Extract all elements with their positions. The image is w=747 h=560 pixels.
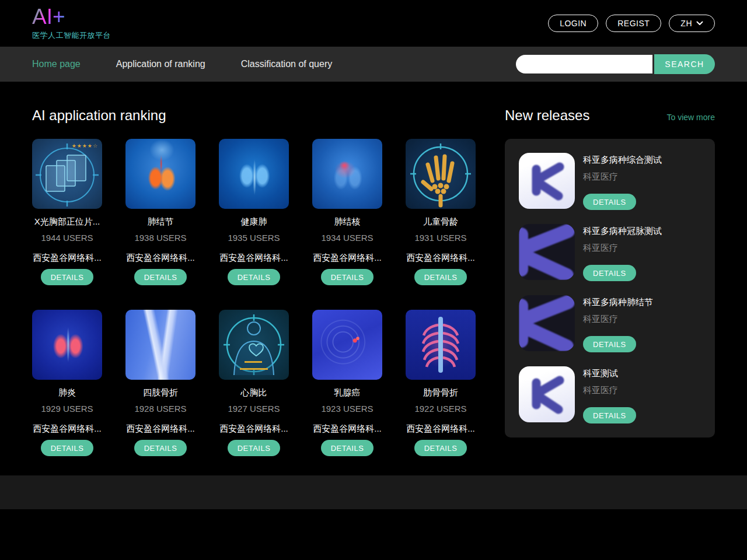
app-thumbnail[interactable] xyxy=(125,310,196,380)
app-title: 肺炎 xyxy=(32,387,102,398)
logo[interactable]: AI+ 医学人工智能开放平台 xyxy=(32,6,111,41)
nav-application-of-ranking[interactable]: Application of ranking xyxy=(116,59,205,69)
app-users-count: 1931 USERS xyxy=(406,233,476,243)
ranking-grid: ★★★★☆ X光胸部正位片... 1944 USERS 西安盈谷网络科... D… xyxy=(32,139,476,456)
app-users-count: 1928 USERS xyxy=(125,404,196,414)
app-thumbnail[interactable] xyxy=(406,139,476,209)
app-thumbnail[interactable] xyxy=(125,139,196,209)
keya-logo-icon[interactable] xyxy=(519,153,575,209)
main-nav: Home page Application of ranking Classif… xyxy=(0,47,747,82)
app-title: 肺结节 xyxy=(125,216,196,228)
language-select[interactable]: ZH xyxy=(669,15,715,32)
app-title: 肋骨骨折 xyxy=(406,387,476,398)
app-title: X光胸部正位片... xyxy=(32,216,102,228)
app-title: 健康肺 xyxy=(219,216,289,228)
details-button[interactable]: DETAILS xyxy=(134,440,187,456)
keya-logo-icon[interactable] xyxy=(519,224,575,280)
nav-classification-of-query[interactable]: Classification of query xyxy=(241,59,333,69)
app-company: 西安盈谷网络科... xyxy=(312,424,382,435)
release-company: 科亚医疗 xyxy=(583,314,618,325)
ranking-title: AI application ranking xyxy=(32,107,166,124)
new-releases-section: New releases To view more 科亚多病种综合测试 科亚医疗… xyxy=(505,82,715,438)
ranking-section: AI application ranking ★★★★☆ X光胸部正位片... … xyxy=(32,82,476,456)
app-company: 西安盈谷网络科... xyxy=(312,253,382,264)
details-button[interactable]: DETAILS xyxy=(228,440,281,456)
app-thumbnail[interactable] xyxy=(312,310,382,380)
app-card: ★★★★☆ X光胸部正位片... 1944 USERS 西安盈谷网络科... D… xyxy=(32,139,102,285)
app-company: 西安盈谷网络科... xyxy=(125,253,196,264)
app-card: 健康肺 1935 USERS 西安盈谷网络科... DETAILS xyxy=(219,139,289,285)
app-thumbnail[interactable]: ★★★★☆ xyxy=(32,139,102,209)
details-button[interactable]: DETAILS xyxy=(134,269,187,285)
details-button[interactable]: DETAILS xyxy=(321,269,374,285)
app-users-count: 1923 USERS xyxy=(312,404,382,414)
app-card: 儿童骨龄 1931 USERS 西安盈谷网络科... DETAILS xyxy=(406,139,476,285)
release-item: 科亚多病种综合测试 科亚医疗 DETAILS xyxy=(519,153,701,210)
login-button[interactable]: LOGIN xyxy=(548,15,598,32)
app-users-count: 1944 USERS xyxy=(32,233,102,243)
release-item: 科亚多病种肺结节 科亚医疗 DETAILS xyxy=(519,295,701,352)
app-thumbnail[interactable] xyxy=(32,310,102,380)
details-button[interactable]: DETAILS xyxy=(41,440,94,456)
search-input[interactable] xyxy=(516,55,652,74)
app-thumbnail[interactable] xyxy=(219,139,289,209)
app-card: 四肢骨折 1928 USERS 西安盈谷网络科... DETAILS xyxy=(125,310,196,456)
details-button[interactable]: DETAILS xyxy=(583,194,636,210)
details-button[interactable]: DETAILS xyxy=(583,336,636,352)
top-header: AI+ 医学人工智能开放平台 LOGIN REGIST ZH xyxy=(0,0,747,47)
app-thumbnail[interactable] xyxy=(312,139,382,209)
app-thumbnail[interactable] xyxy=(219,310,289,380)
app-users-count: 1935 USERS xyxy=(219,233,289,243)
app-company: 西安盈谷网络科... xyxy=(219,253,289,264)
app-card: 乳腺癌 1923 USERS 西安盈谷网络科... DETAILS xyxy=(312,310,382,456)
keya-k-glyph xyxy=(519,295,575,351)
hand-bone-illustration xyxy=(406,139,476,209)
details-button[interactable]: DETAILS xyxy=(228,269,281,285)
keya-logo-icon[interactable] xyxy=(519,366,575,422)
new-releases-panel: 科亚多病种综合测试 科亚医疗 DETAILS 科亚多病种冠脉测试 科亚医疗 xyxy=(505,139,715,438)
details-button[interactable]: DETAILS xyxy=(321,440,374,456)
keya-k-glyph xyxy=(519,153,575,209)
new-releases-title: New releases xyxy=(505,107,589,124)
nav-home-page[interactable]: Home page xyxy=(32,59,81,69)
view-more-link[interactable]: To view more xyxy=(667,113,715,122)
release-item: 科亚测试 科亚医疗 DETAILS xyxy=(519,366,701,424)
app-title: 儿童骨龄 xyxy=(406,216,476,228)
release-company: 科亚医疗 xyxy=(583,243,618,254)
release-company: 科亚医疗 xyxy=(583,172,618,183)
app-company: 西安盈谷网络科... xyxy=(219,424,289,435)
release-title: 科亚多病种综合测试 xyxy=(583,155,662,166)
details-button[interactable]: DETAILS xyxy=(41,269,94,285)
rib-cage-illustration xyxy=(406,310,476,380)
app-company: 西安盈谷网络科... xyxy=(406,424,476,435)
release-item: 科亚多病种冠脉测试 科亚医疗 DETAILS xyxy=(519,224,701,281)
chevron-down-icon xyxy=(696,21,703,26)
keya-logo-icon[interactable] xyxy=(519,295,575,351)
app-users-count: 1922 USERS xyxy=(406,404,476,414)
auth-buttons: LOGIN REGIST ZH xyxy=(548,15,715,32)
app-company: 西安盈谷网络科... xyxy=(125,424,196,435)
app-card: 心胸比 1927 USERS 西安盈谷网络科... DETAILS xyxy=(219,310,289,456)
app-card: 肺结节 1938 USERS 西安盈谷网络科... DETAILS xyxy=(125,139,196,285)
app-card: 肺炎 1929 USERS 西安盈谷网络科... DETAILS xyxy=(32,310,102,456)
app-company: 西安盈谷网络科... xyxy=(32,253,102,264)
xray-film-stack-illustration xyxy=(32,139,102,209)
cardiothoracic-illustration xyxy=(219,310,289,380)
language-label: ZH xyxy=(680,19,692,28)
app-card: 肺结核 1934 USERS 西安盈谷网络科... DETAILS xyxy=(312,139,382,285)
logo-text: AI+ xyxy=(32,6,65,29)
footer-strip xyxy=(0,475,747,509)
search-button[interactable]: SEARCH xyxy=(654,54,715,74)
app-title: 四肢骨折 xyxy=(125,387,196,398)
release-company: 科亚医疗 xyxy=(583,385,618,396)
details-button[interactable]: DETAILS xyxy=(583,265,636,281)
details-button[interactable]: DETAILS xyxy=(414,269,467,285)
release-title: 科亚多病种肺结节 xyxy=(583,297,653,308)
app-company: 西安盈谷网络科... xyxy=(32,424,102,435)
app-thumbnail[interactable] xyxy=(406,310,476,380)
register-button[interactable]: REGIST xyxy=(606,15,661,32)
details-button[interactable]: DETAILS xyxy=(583,407,636,424)
details-button[interactable]: DETAILS xyxy=(414,440,467,456)
app-title: 乳腺癌 xyxy=(312,387,382,398)
app-title: 心胸比 xyxy=(219,387,289,398)
